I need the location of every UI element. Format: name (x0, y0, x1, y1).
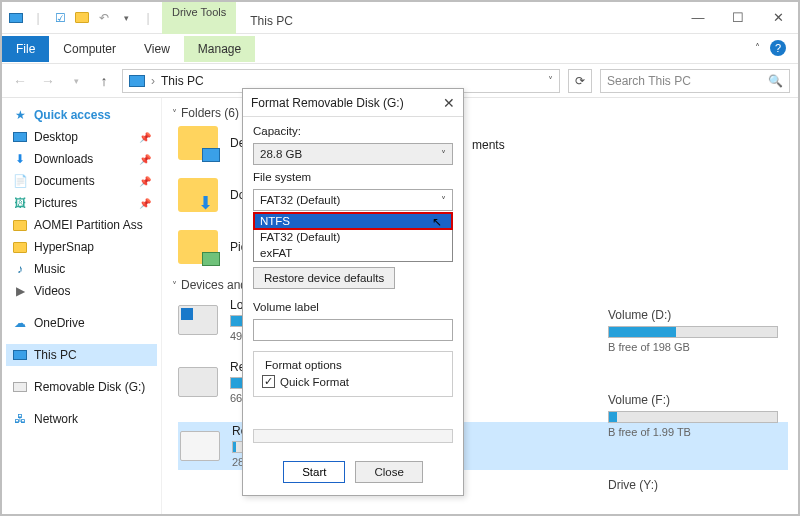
window-controls: — ☐ ✕ (678, 4, 798, 32)
filesystem-select[interactable]: FAT32 (Default)˅ NTFS ↖ FAT32 (Default) … (253, 189, 453, 211)
sidebar-item-aomei[interactable]: AOMEI Partition Ass (6, 214, 157, 236)
fs-option-fat32[interactable]: FAT32 (Default) (254, 229, 452, 245)
nav-pane: ★ Quick access Desktop📌 ⬇Downloads📌 📄Doc… (2, 98, 162, 514)
format-options-group: Format options ✓ Quick Format (253, 351, 453, 397)
collapse-ribbon-icon[interactable]: ˄ (755, 42, 760, 53)
folder-icon (178, 126, 218, 160)
filesystem-label: File system (253, 171, 453, 183)
folder-icon (12, 217, 28, 233)
window-title: This PC (236, 8, 307, 28)
desktop-icon (12, 129, 28, 145)
qat-newfolder-icon[interactable] (74, 10, 90, 26)
quick-format-checkbox[interactable]: ✓ Quick Format (262, 375, 444, 388)
filesystem-dropdown: NTFS ↖ FAT32 (Default) exFAT (253, 212, 453, 262)
chevron-down-icon: ˅ (441, 149, 446, 160)
chevron-down-icon: ˅ (441, 195, 446, 206)
address-dropdown-icon[interactable]: ˅ (548, 75, 553, 86)
search-icon: 🔍 (768, 74, 783, 88)
sidebar-item-documents[interactable]: 📄Documents📌 (6, 170, 157, 192)
cursor-icon: ↖ (432, 215, 442, 229)
dialog-button-row: Start Close (243, 451, 463, 495)
up-button[interactable]: ↑ (94, 71, 114, 91)
help-icon[interactable]: ? (770, 40, 786, 56)
sidebar-onedrive[interactable]: ☁OneDrive (6, 312, 157, 334)
usage-bar (608, 326, 778, 338)
format-dialog: Format Removable Disk (G:) ✕ Capacity: 2… (242, 88, 464, 496)
ghost-label: ments (472, 138, 505, 152)
app-icon (8, 10, 24, 26)
chevron-down-icon: ˅ (172, 280, 177, 291)
fs-option-ntfs[interactable]: NTFS ↖ (254, 213, 452, 229)
close-button[interactable]: Close (355, 461, 422, 483)
sidebar-this-pc[interactable]: This PC (6, 344, 157, 366)
search-input[interactable]: Search This PC 🔍 (600, 69, 790, 93)
close-button[interactable]: ✕ (758, 4, 798, 32)
folder-icon (12, 239, 28, 255)
sidebar-removable-disk[interactable]: Removable Disk (G:) (6, 376, 157, 398)
ribbon: File Computer View Manage ˄ ? (2, 34, 798, 64)
network-icon: 🖧 (12, 411, 28, 427)
download-icon: ⬇ (12, 151, 28, 167)
checkbox-icon: ✓ (262, 375, 275, 388)
qat-properties-icon[interactable]: ☑ (52, 10, 68, 26)
pc-icon (129, 75, 145, 87)
qat-separator-2: | (140, 10, 156, 26)
titlebar: | ☑ ↶ ▾ | Drive Tools This PC — ☐ ✕ (2, 2, 798, 34)
drive-icon (178, 367, 218, 397)
breadcrumb-sep-icon: › (151, 74, 155, 88)
restore-defaults-button[interactable]: Restore device defaults (253, 267, 395, 289)
video-icon: ▶ (12, 283, 28, 299)
volume-label-input[interactable] (253, 319, 453, 341)
start-button[interactable]: Start (283, 461, 345, 483)
progress-bar (253, 429, 453, 443)
sidebar-quick-access[interactable]: ★ Quick access (6, 104, 157, 126)
tab-file[interactable]: File (2, 36, 49, 62)
drive-volume-d[interactable]: Volume (D:) B free of 198 GB (608, 308, 778, 353)
breadcrumb[interactable]: This PC (161, 74, 204, 88)
sidebar-item-desktop[interactable]: Desktop📌 (6, 126, 157, 148)
sidebar-item-downloads[interactable]: ⬇Downloads📌 (6, 148, 157, 170)
qat-separator: | (30, 10, 46, 26)
usage-bar (608, 411, 778, 423)
dialog-title: Format Removable Disk (G:) (251, 96, 404, 110)
sidebar-item-pictures[interactable]: 🖼Pictures📌 (6, 192, 157, 214)
tab-manage[interactable]: Manage (184, 36, 255, 62)
sidebar-item-music[interactable]: ♪Music (6, 258, 157, 280)
forward-button[interactable]: → (38, 71, 58, 91)
format-options-legend: Format options (262, 359, 345, 371)
pin-icon: 📌 (139, 198, 151, 209)
search-placeholder: Search This PC (607, 74, 691, 88)
drive-y[interactable]: Drive (Y:) (608, 478, 778, 496)
maximize-button[interactable]: ☐ (718, 4, 758, 32)
qat-dropdown-icon[interactable]: ▾ (118, 10, 134, 26)
pc-icon (12, 347, 28, 363)
tab-computer[interactable]: Computer (49, 36, 130, 62)
sidebar-network[interactable]: 🖧Network (6, 408, 157, 430)
tab-view[interactable]: View (130, 36, 184, 62)
music-icon: ♪ (12, 261, 28, 277)
volume-label-label: Volume label (253, 301, 453, 313)
explorer-window: | ☑ ↶ ▾ | Drive Tools This PC — ☐ ✕ File… (0, 0, 800, 516)
back-button[interactable]: ← (10, 71, 30, 91)
qat-undo-icon[interactable]: ↶ (96, 10, 112, 26)
dialog-titlebar: Format Removable Disk (G:) ✕ (243, 89, 463, 117)
chevron-down-icon: ˅ (172, 108, 177, 119)
removable-drive-icon (180, 431, 220, 461)
folder-icon (178, 230, 218, 264)
capacity-select[interactable]: 28.8 GB˅ (253, 143, 453, 165)
minimize-button[interactable]: — (678, 4, 718, 32)
star-icon: ★ (12, 107, 28, 123)
refresh-button[interactable]: ⟳ (568, 69, 592, 93)
sidebar-item-videos[interactable]: ▶Videos (6, 280, 157, 302)
drive-volume-f[interactable]: Volume (F:) B free of 1.99 TB (608, 393, 778, 438)
fs-option-exfat[interactable]: exFAT (254, 245, 452, 261)
pin-icon: 📌 (139, 132, 151, 143)
cloud-icon: ☁ (12, 315, 28, 331)
sidebar-item-hypersnap[interactable]: HyperSnap (6, 236, 157, 258)
contextual-tab-label: Drive Tools (162, 2, 236, 34)
quick-access-toolbar: | ☑ ↶ ▾ | (2, 10, 162, 26)
dialog-close-icon[interactable]: ✕ (443, 95, 455, 111)
folder-icon: ⬇ (178, 178, 218, 212)
recent-locations-dropdown[interactable]: ▾ (66, 71, 86, 91)
pictures-icon: 🖼 (12, 195, 28, 211)
